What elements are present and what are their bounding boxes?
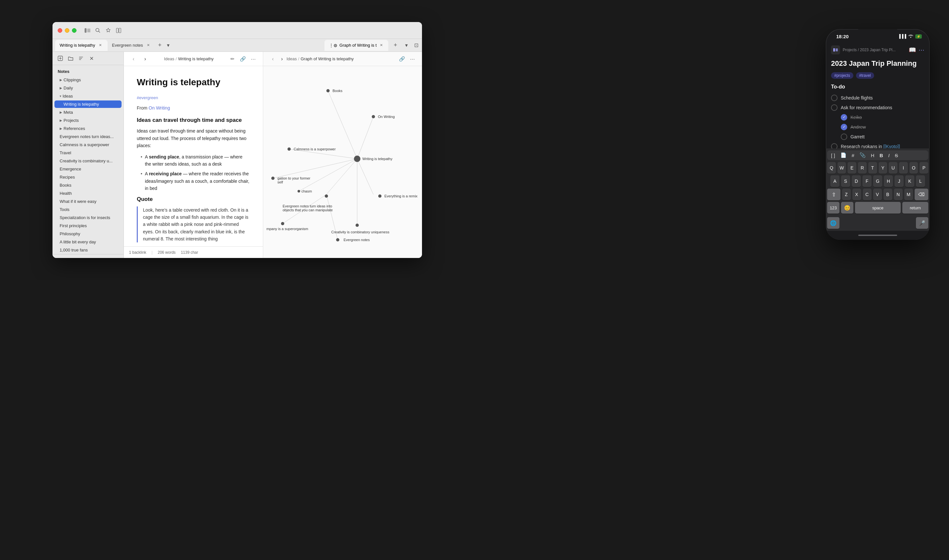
sidebar-item-evergreen-notes[interactable]: Evergreen notes turn ideas... xyxy=(54,133,122,140)
note-title: Writing is telepathy xyxy=(137,77,250,88)
tab-evergreen[interactable]: Evergreen notes ✕ xyxy=(108,40,155,51)
breadcrumb-note-title: Writing is telepathy xyxy=(178,56,214,61)
tab-writing[interactable]: Writing is telepathy ✕ xyxy=(55,40,108,51)
sidebar-item-label: Ideas xyxy=(63,94,73,98)
tabs-chevron-icon[interactable]: ▾ xyxy=(164,42,172,49)
sidebar-item-writing[interactable]: Writing is telepathy xyxy=(54,100,122,108)
sidebar-item-label: Recipes xyxy=(60,175,75,180)
svg-text:objects that you can manipulat: objects that you can manipulate xyxy=(283,208,333,212)
help-icon[interactable]: ? xyxy=(68,257,76,258)
sidebar-item-little-bit[interactable]: A little bit every day xyxy=(54,238,122,246)
sidebar-item-ideas[interactable]: ▾ Ideas xyxy=(54,92,122,100)
sidebar-item-travel[interactable]: Travel xyxy=(54,149,122,157)
quick-open-icon[interactable]: ⊞ xyxy=(56,257,64,258)
tab-writing-close[interactable]: ✕ xyxy=(98,43,103,48)
sidebar-item-1000-fans[interactable]: 1,000 true fans xyxy=(54,246,122,254)
node-on-writing[interactable]: On Writing xyxy=(372,115,395,118)
svg-rect-7 xyxy=(119,28,121,33)
search-icon[interactable] xyxy=(95,27,101,34)
settings-icon[interactable]: ⚙ xyxy=(80,257,88,258)
sidebar-item-health[interactable]: Health xyxy=(54,189,122,197)
svg-text:Books: Books xyxy=(332,89,343,93)
svg-text:Evergreen notes turn ideas int: Evergreen notes turn ideas into xyxy=(283,204,332,208)
breadcrumb-ideas[interactable]: Ideas xyxy=(164,56,174,61)
svg-text:Creativity is combinatory uniq: Creativity is combinatory uniqueness xyxy=(331,230,389,234)
star-icon[interactable] xyxy=(105,27,111,34)
link-icon[interactable]: 🔗 xyxy=(238,54,247,63)
graph-back-button[interactable]: ‹ xyxy=(268,54,277,63)
sidebar-item-recipes[interactable]: Recipes xyxy=(54,173,122,181)
minimize-button[interactable] xyxy=(65,28,69,33)
sidebar-item-books[interactable]: Books xyxy=(54,182,122,189)
sidebar-item-philosophy[interactable]: Philosophy xyxy=(54,230,122,237)
layout-icon[interactable] xyxy=(115,27,122,34)
sidebar-item-emergence[interactable]: Emergence xyxy=(54,165,122,173)
node-writing-active[interactable]: Writing is telepathy xyxy=(354,155,392,162)
svg-line-18 xyxy=(326,159,357,194)
svg-text:On Writing: On Writing xyxy=(378,115,395,118)
sidebar-item-projects[interactable]: ▶ Projects xyxy=(54,117,122,124)
char-count: 1139 char xyxy=(181,250,198,255)
graph-toolbar: ‹ › Ideas / Graph of Writing is telepath… xyxy=(263,52,422,66)
sidebar-item-tools[interactable]: Tools xyxy=(54,206,122,213)
sidebar-item-references[interactable]: ▶ References xyxy=(54,125,122,132)
graph-more-icon[interactable]: ⋯ xyxy=(408,54,417,63)
more-icon[interactable]: ⋯ xyxy=(249,54,258,63)
back-button[interactable]: ‹ xyxy=(129,54,138,63)
new-tab-button[interactable]: + xyxy=(155,41,164,50)
tab-graph-close[interactable]: ✕ xyxy=(378,43,384,48)
svg-rect-1 xyxy=(87,29,91,29)
sidebar-item-clippings[interactable]: ▶ Clippings xyxy=(54,76,122,84)
sidebar-item-first-principles[interactable]: First principles xyxy=(54,222,122,229)
node-company[interactable]: mpany is a superorganism xyxy=(266,222,308,231)
folder-icon[interactable] xyxy=(67,54,75,62)
sort-icon[interactable] xyxy=(77,54,85,62)
sidebar: ✕ Notes ▶ Clippings ▶ Daily ▾ Ideas Writ… xyxy=(52,52,124,258)
note-from-link[interactable]: On Writing xyxy=(149,105,170,111)
note-actions: ✏ 🔗 ⋯ xyxy=(228,54,258,63)
graph-canvas[interactable]: Books On Writing Calmness is a superpowe… xyxy=(263,66,422,258)
sidebar-item-creativity[interactable]: Creativity is combinatory u... xyxy=(54,157,122,165)
note-para-1: Ideas can travel through time and space … xyxy=(137,128,250,149)
sidebar-item-label: Books xyxy=(60,183,71,188)
tab-writing-label: Writing is telepathy xyxy=(60,43,95,48)
backlinks-count[interactable]: 1 backlink xyxy=(129,250,146,255)
note-tag[interactable]: #evergreen xyxy=(137,95,158,100)
node-chasm[interactable]: chasm xyxy=(298,189,312,193)
graph-breadcrumb-ideas[interactable]: Ideas xyxy=(286,56,297,61)
sidebar-item-meta[interactable]: ▶ Meta xyxy=(54,109,122,116)
node-books[interactable]: Books xyxy=(326,89,343,93)
graph-forward-button[interactable]: › xyxy=(277,54,286,63)
close-sidebar-icon[interactable]: ✕ xyxy=(88,54,95,62)
layout-split-icon[interactable]: ⊡ xyxy=(413,42,419,49)
sidebar-item-specialization[interactable]: Specialization is for insects xyxy=(54,214,122,222)
node-creativity[interactable]: Creativity is combinatory uniqueness xyxy=(331,224,389,234)
node-calmness[interactable]: Calmness is a superpower xyxy=(288,147,336,151)
sidebar-item-calmness[interactable]: Calmness is a superpower xyxy=(54,141,122,148)
new-graph-tab-button[interactable]: + xyxy=(391,41,400,50)
sidebar-item-what-if[interactable]: What if it were easy xyxy=(54,198,122,205)
node-evergreen-ideas[interactable]: Evergreen notes turn ideas into objects … xyxy=(283,194,333,212)
svg-point-46 xyxy=(336,238,339,242)
close-button[interactable] xyxy=(58,28,62,33)
node-navigation[interactable]: gation to your former self xyxy=(271,176,311,184)
note-heading-1: Ideas can travel through time and space xyxy=(137,117,250,123)
sidebar-item-daily[interactable]: ▶ Daily xyxy=(54,84,122,92)
edit-icon[interactable]: ✏ xyxy=(228,54,237,63)
graph-link-icon[interactable]: 🔗 xyxy=(397,54,406,63)
svg-point-35 xyxy=(298,190,300,192)
tab-graph[interactable]: ⋮⊚ Graph of Writing is t ✕ xyxy=(325,40,388,51)
forward-button[interactable]: › xyxy=(141,54,150,63)
tab-evergreen-close[interactable]: ✕ xyxy=(146,43,151,48)
chevron-right-icon: ▶ xyxy=(60,78,62,82)
node-everything[interactable]: Everything is a remix xyxy=(378,194,418,198)
note-list: A sending place, a transmission place — … xyxy=(137,153,250,192)
graph-tabs-chevron-icon[interactable]: ▾ xyxy=(403,42,410,49)
sidebar-item-label: Daily xyxy=(63,86,73,91)
svg-point-44 xyxy=(355,224,359,227)
sidebar-toggle-icon[interactable] xyxy=(84,27,91,34)
sidebar-item-label: Health xyxy=(60,191,72,196)
fullscreen-button[interactable] xyxy=(72,28,77,33)
new-note-icon[interactable] xyxy=(56,54,64,62)
node-evergreen-notes[interactable]: Evergreen notes xyxy=(336,238,370,242)
